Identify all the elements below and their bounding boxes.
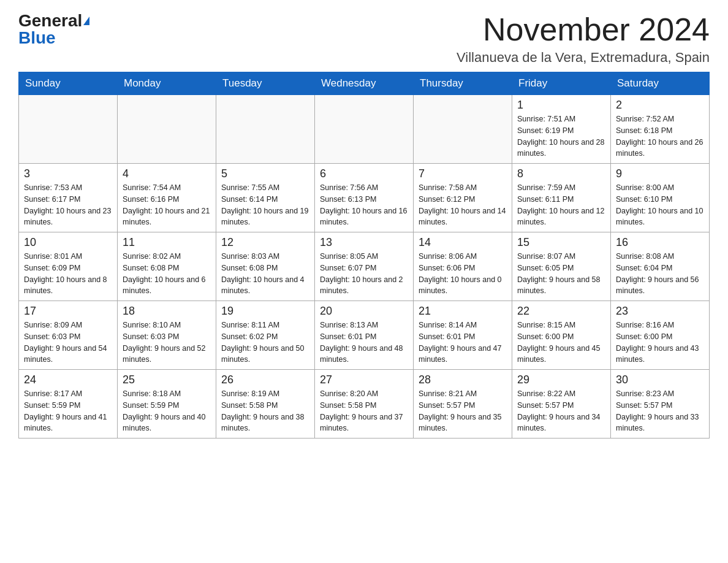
calendar-cell: 18Sunrise: 8:10 AM Sunset: 6:03 PM Dayli… — [118, 301, 216, 370]
column-header-saturday: Saturday — [611, 72, 710, 95]
day-number: 27 — [320, 373, 408, 386]
day-info: Sunrise: 8:23 AM Sunset: 5:57 PM Dayligh… — [616, 388, 704, 434]
calendar-cell: 26Sunrise: 8:19 AM Sunset: 5:58 PM Dayli… — [216, 370, 315, 439]
calendar-cell: 24Sunrise: 8:17 AM Sunset: 5:59 PM Dayli… — [19, 370, 118, 439]
calendar-header-row: SundayMondayTuesdayWednesdayThursdayFrid… — [19, 72, 710, 95]
column-header-sunday: Sunday — [19, 72, 118, 95]
calendar-cell: 23Sunrise: 8:16 AM Sunset: 6:00 PM Dayli… — [611, 301, 710, 370]
day-info: Sunrise: 8:18 AM Sunset: 5:59 PM Dayligh… — [123, 388, 211, 434]
calendar-cell — [118, 95, 216, 164]
day-number: 2 — [616, 99, 704, 112]
week-row-5: 24Sunrise: 8:17 AM Sunset: 5:59 PM Dayli… — [19, 370, 710, 439]
calendar-cell: 30Sunrise: 8:23 AM Sunset: 5:57 PM Dayli… — [611, 370, 710, 439]
day-number: 16 — [616, 236, 704, 249]
day-number: 12 — [221, 236, 309, 249]
day-info: Sunrise: 8:16 AM Sunset: 6:00 PM Dayligh… — [616, 320, 704, 366]
column-header-friday: Friday — [512, 72, 611, 95]
day-info: Sunrise: 7:52 AM Sunset: 6:18 PM Dayligh… — [616, 113, 704, 159]
calendar-cell: 6Sunrise: 7:56 AM Sunset: 6:13 PM Daylig… — [315, 164, 414, 232]
day-info: Sunrise: 8:02 AM Sunset: 6:08 PM Dayligh… — [123, 251, 211, 297]
day-number: 15 — [517, 236, 605, 249]
logo-blue-text: Blue — [18, 29, 56, 47]
column-header-wednesday: Wednesday — [315, 72, 414, 95]
day-number: 14 — [419, 236, 507, 249]
calendar-cell — [216, 95, 315, 164]
calendar-cell: 1Sunrise: 7:51 AM Sunset: 6:19 PM Daylig… — [512, 95, 611, 164]
day-number: 30 — [616, 373, 704, 386]
day-info: Sunrise: 8:22 AM Sunset: 5:57 PM Dayligh… — [517, 388, 605, 434]
calendar-cell: 2Sunrise: 7:52 AM Sunset: 6:18 PM Daylig… — [611, 95, 710, 164]
day-number: 19 — [221, 305, 309, 318]
day-number: 11 — [123, 236, 211, 249]
week-row-4: 17Sunrise: 8:09 AM Sunset: 6:03 PM Dayli… — [19, 301, 710, 370]
calendar-cell — [315, 95, 414, 164]
logo-triangle-icon — [83, 17, 89, 25]
calendar-cell: 21Sunrise: 8:14 AM Sunset: 6:01 PM Dayli… — [414, 301, 512, 370]
calendar-cell: 13Sunrise: 8:05 AM Sunset: 6:07 PM Dayli… — [315, 232, 414, 301]
day-number: 17 — [24, 305, 112, 318]
day-number: 24 — [24, 373, 112, 386]
day-info: Sunrise: 7:56 AM Sunset: 6:13 PM Dayligh… — [320, 182, 408, 228]
calendar-cell: 20Sunrise: 8:13 AM Sunset: 6:01 PM Dayli… — [315, 301, 414, 370]
logo-general-text: General — [18, 12, 82, 29]
calendar-cell: 25Sunrise: 8:18 AM Sunset: 5:59 PM Dayli… — [118, 370, 216, 439]
calendar-cell: 3Sunrise: 7:53 AM Sunset: 6:17 PM Daylig… — [19, 164, 118, 232]
calendar-cell: 7Sunrise: 7:58 AM Sunset: 6:12 PM Daylig… — [414, 164, 512, 232]
calendar-cell: 8Sunrise: 7:59 AM Sunset: 6:11 PM Daylig… — [512, 164, 611, 232]
day-info: Sunrise: 8:00 AM Sunset: 6:10 PM Dayligh… — [616, 182, 704, 228]
day-number: 6 — [320, 167, 408, 180]
day-info: Sunrise: 8:06 AM Sunset: 6:06 PM Dayligh… — [419, 251, 507, 297]
day-info: Sunrise: 8:08 AM Sunset: 6:04 PM Dayligh… — [616, 251, 704, 297]
day-info: Sunrise: 8:13 AM Sunset: 6:01 PM Dayligh… — [320, 320, 408, 366]
calendar-cell: 22Sunrise: 8:15 AM Sunset: 6:00 PM Dayli… — [512, 301, 611, 370]
day-number: 21 — [419, 305, 507, 318]
day-number: 7 — [419, 167, 507, 180]
day-info: Sunrise: 7:51 AM Sunset: 6:19 PM Dayligh… — [517, 113, 605, 159]
day-number: 20 — [320, 305, 408, 318]
day-number: 4 — [123, 167, 211, 180]
column-header-monday: Monday — [118, 72, 216, 95]
day-info: Sunrise: 7:53 AM Sunset: 6:17 PM Dayligh… — [24, 182, 112, 228]
day-info: Sunrise: 8:15 AM Sunset: 6:00 PM Dayligh… — [517, 320, 605, 366]
day-number: 18 — [123, 305, 211, 318]
day-number: 1 — [517, 99, 605, 112]
day-info: Sunrise: 8:20 AM Sunset: 5:58 PM Dayligh… — [320, 388, 408, 434]
calendar-cell: 5Sunrise: 7:55 AM Sunset: 6:14 PM Daylig… — [216, 164, 315, 232]
calendar-cell: 28Sunrise: 8:21 AM Sunset: 5:57 PM Dayli… — [414, 370, 512, 439]
logo: General Blue — [18, 12, 89, 47]
day-number: 5 — [221, 167, 309, 180]
day-number: 23 — [616, 305, 704, 318]
day-info: Sunrise: 8:21 AM Sunset: 5:57 PM Dayligh… — [419, 388, 507, 434]
column-header-thursday: Thursday — [414, 72, 512, 95]
day-number: 9 — [616, 167, 704, 180]
calendar-cell: 9Sunrise: 8:00 AM Sunset: 6:10 PM Daylig… — [611, 164, 710, 232]
day-info: Sunrise: 8:10 AM Sunset: 6:03 PM Dayligh… — [123, 320, 211, 366]
title-block: November 2024 Villanueva de la Vera, Ext… — [457, 12, 710, 66]
day-info: Sunrise: 8:19 AM Sunset: 5:58 PM Dayligh… — [221, 388, 309, 434]
month-title: November 2024 — [457, 12, 710, 47]
day-number: 8 — [517, 167, 605, 180]
calendar-cell: 12Sunrise: 8:03 AM Sunset: 6:08 PM Dayli… — [216, 232, 315, 301]
calendar-cell: 11Sunrise: 8:02 AM Sunset: 6:08 PM Dayli… — [118, 232, 216, 301]
calendar-cell — [19, 95, 118, 164]
day-info: Sunrise: 7:58 AM Sunset: 6:12 PM Dayligh… — [419, 182, 507, 228]
calendar-cell: 10Sunrise: 8:01 AM Sunset: 6:09 PM Dayli… — [19, 232, 118, 301]
calendar-cell: 15Sunrise: 8:07 AM Sunset: 6:05 PM Dayli… — [512, 232, 611, 301]
day-number: 28 — [419, 373, 507, 386]
day-number: 10 — [24, 236, 112, 249]
calendar-cell: 19Sunrise: 8:11 AM Sunset: 6:02 PM Dayli… — [216, 301, 315, 370]
day-info: Sunrise: 7:55 AM Sunset: 6:14 PM Dayligh… — [221, 182, 309, 228]
calendar-cell: 4Sunrise: 7:54 AM Sunset: 6:16 PM Daylig… — [118, 164, 216, 232]
calendar-cell — [414, 95, 512, 164]
column-header-tuesday: Tuesday — [216, 72, 315, 95]
day-info: Sunrise: 8:11 AM Sunset: 6:02 PM Dayligh… — [221, 320, 309, 366]
day-number: 22 — [517, 305, 605, 318]
calendar-cell: 29Sunrise: 8:22 AM Sunset: 5:57 PM Dayli… — [512, 370, 611, 439]
calendar-cell: 16Sunrise: 8:08 AM Sunset: 6:04 PM Dayli… — [611, 232, 710, 301]
day-info: Sunrise: 8:09 AM Sunset: 6:03 PM Dayligh… — [24, 320, 112, 366]
day-info: Sunrise: 8:17 AM Sunset: 5:59 PM Dayligh… — [24, 388, 112, 434]
calendar-table: SundayMondayTuesdayWednesdayThursdayFrid… — [18, 72, 710, 439]
week-row-2: 3Sunrise: 7:53 AM Sunset: 6:17 PM Daylig… — [19, 164, 710, 232]
day-number: 3 — [24, 167, 112, 180]
day-info: Sunrise: 8:05 AM Sunset: 6:07 PM Dayligh… — [320, 251, 408, 297]
